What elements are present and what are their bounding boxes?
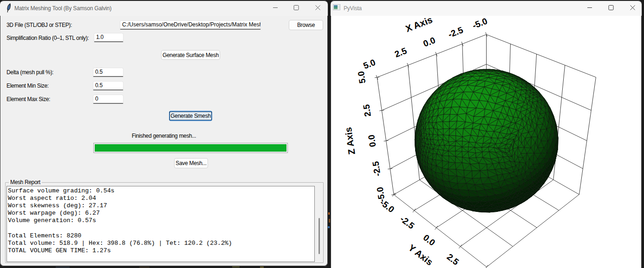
svg-text:X Axis: X Axis: [404, 16, 434, 34]
svg-text:5.0: 5.0: [362, 57, 377, 71]
svg-text:5.0: 5.0: [356, 70, 368, 84]
svg-text:2.5: 2.5: [445, 252, 461, 267]
svg-text:-2.5: -2.5: [371, 160, 383, 177]
svg-text:-2.5: -2.5: [398, 214, 416, 231]
svg-text:Z Axis: Z Axis: [343, 127, 357, 155]
svg-text:0.0: 0.0: [421, 232, 437, 248]
svg-text:-2.5: -2.5: [447, 25, 465, 40]
svg-text:-5.0: -5.0: [471, 16, 488, 31]
svg-text:2.5: 2.5: [393, 46, 409, 59]
svg-text:0.0: 0.0: [366, 134, 378, 147]
svg-text:-5.0: -5.0: [375, 186, 386, 203]
svg-text:0.0: 0.0: [422, 35, 436, 49]
svg-text:2.5: 2.5: [361, 103, 373, 117]
